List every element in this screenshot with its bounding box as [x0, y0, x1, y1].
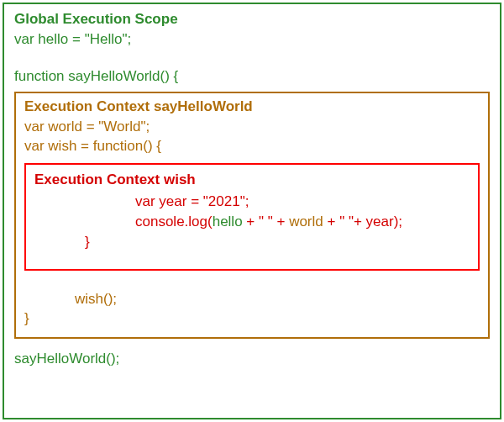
mid-close-brace: } [24, 309, 480, 329]
log-world: world [289, 214, 323, 229]
global-title: Global Execution Scope [14, 11, 490, 28]
mid-title: Execution Context sayHelloWorld [24, 98, 480, 115]
wish-context-box: Execution Context wish var year = "2021"… [24, 163, 480, 270]
mid-wish-call: wish(); [24, 289, 480, 309]
global-var-hello: var hello = "Hello"; [14, 29, 490, 50]
global-call: sayHelloWorld(); [14, 349, 490, 369]
sayhelloworld-context-box: Execution Context sayHelloWorld var worl… [14, 92, 490, 340]
log-plus2: + " "+ [323, 214, 366, 229]
mid-var-world: var world = "World"; [24, 117, 480, 137]
log-plus1: + " " + [243, 214, 290, 229]
inner-close-brace: } [34, 232, 470, 252]
log-suffix: ); [394, 214, 402, 229]
log-year: year [366, 214, 394, 229]
inner-var-year: var year = "2021"; [34, 192, 470, 212]
inner-console-log: console.log(hello + " " + world + " "+ y… [34, 212, 470, 232]
inner-title: Execution Context wish [34, 171, 470, 188]
global-func-decl: function sayHelloWorld() { [14, 66, 490, 87]
mid-var-wish: var wish = function() { [24, 136, 480, 156]
log-hello: hello [213, 214, 243, 229]
log-prefix: console.log( [135, 214, 213, 229]
blank-line [14, 50, 490, 66]
global-scope-box: Global Execution Scope var hello = "Hell… [3, 3, 501, 419]
